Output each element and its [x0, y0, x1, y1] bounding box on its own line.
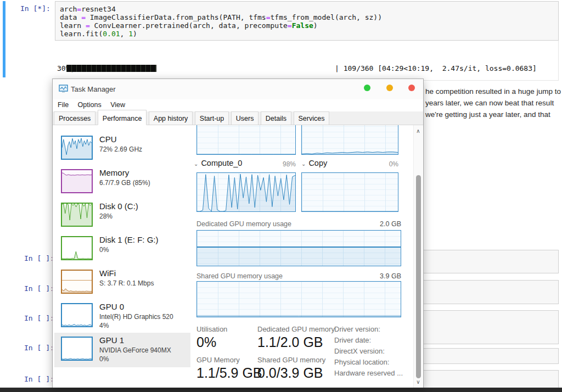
cpu-thumbnail-chart — [61, 136, 93, 160]
screen: In [*]: arch=resnet34data = ImageClassif… — [0, 0, 562, 392]
cell-prompt-busy: In [*]: — [20, 4, 50, 13]
chevron-down-icon[interactable]: ⌄ — [301, 161, 306, 167]
tab-startup[interactable]: Start-up — [195, 111, 229, 125]
shared-memory-chart — [196, 281, 401, 317]
sidebar-item-cpu[interactable]: CPU 72% 2.69 GHz — [54, 132, 190, 165]
engine-value-copy: 0% — [366, 160, 398, 168]
code-cell-input[interactable]: arch=resnet34data = ImageClassifierData.… — [55, 1, 559, 41]
code-cell-output: Epoch 0% 0/1 [00:00<?, ?it/s] — [55, 41, 559, 81]
cell-prompt-idle: In [ ]: — [24, 314, 54, 322]
gpu0-thumbnail-chart — [61, 303, 93, 327]
task-manager-icon — [59, 85, 68, 93]
tab-services[interactable]: Services — [294, 111, 330, 125]
menu-file[interactable]: File — [58, 101, 69, 109]
driver-date-label: Driver date: — [334, 336, 371, 344]
cell-prompt-idle: In [ ]: — [24, 254, 54, 262]
tab-bar: Processes Performance App history Start-… — [53, 111, 423, 125]
physical-location-label: Physical location: — [334, 358, 389, 366]
window-control-amber-icon[interactable] — [386, 85, 393, 91]
compute0-chart — [196, 172, 296, 212]
sidebar-item-gpu0[interactable]: GPU 0 Intel(R) HD Graphics 520 4% — [54, 299, 190, 333]
markdown-text-line: years later, we can now beat that result — [425, 99, 562, 107]
chevron-down-icon[interactable]: ⌄ — [194, 161, 198, 167]
stat-dedicated-value: 1.1/2.0 GB — [257, 334, 323, 350]
tqdm-progress-bar — [66, 65, 156, 72]
sidebar-item-wifi[interactable]: WiFi S: 3.7 R: 0.1 Mbps — [54, 266, 190, 299]
engine-chart-top-right — [301, 125, 398, 155]
engine-label-copy: ⌄Copy — [301, 159, 327, 167]
window-control-green-icon[interactable] — [364, 85, 370, 91]
scrollbar-thumb[interactable] — [416, 175, 421, 378]
dedicated-memory-chart — [196, 230, 401, 266]
taskbar-edge — [0, 388, 562, 392]
scrollbar[interactable]: ∧ ∨ — [413, 125, 423, 388]
menu-view[interactable]: View — [110, 101, 125, 109]
stat-gpu-memory-value: 1.1/5.9 GB — [196, 365, 262, 381]
stat-dedicated-label: Dedicated GPU memory — [257, 325, 335, 333]
tab-processes[interactable]: Processes — [54, 111, 95, 125]
stat-shared-label: Shared GPU memory — [257, 356, 325, 364]
tqdm-stats: | 109/360 [04:29<10:19, 2.47s/it, loss=0… — [335, 64, 537, 72]
driver-version-label: Driver version: — [334, 325, 380, 333]
scroll-down-icon[interactable]: ∨ — [414, 377, 423, 387]
active-cell-indicator — [3, 1, 5, 77]
dedicated-memory-label: Dedicated GPU memory usage — [196, 220, 291, 228]
scroll-up-icon[interactable]: ∧ — [414, 126, 423, 136]
tab-performance[interactable]: Performance — [98, 110, 147, 125]
engine-label-compute: ⌄Compute_0 — [194, 159, 242, 167]
shared-memory-cap: 3.9 GB — [349, 272, 401, 280]
stat-utilisation-value: 0% — [196, 334, 216, 350]
title-bar[interactable]: Task Manager — [53, 79, 423, 99]
sidebar-item-gpu1[interactable]: GPU 1 NVIDIA GeForce 940MX 0% — [54, 333, 190, 367]
window-control-red-icon[interactable] — [408, 85, 415, 91]
performance-panel: CPU 72% 2.69 GHz Memory 6.7/7.9 GB (85%)… — [53, 125, 423, 388]
directx-version-label: DirectX version: — [334, 347, 385, 355]
disk1-thumbnail-chart — [61, 236, 93, 260]
tab-details[interactable]: Details — [261, 111, 291, 125]
task-manager-window: Task Manager File Options View Processes… — [52, 79, 424, 388]
markdown-text-line: he competition resulted in a huge jump t… — [425, 87, 562, 96]
copy-chart — [301, 172, 398, 212]
stat-utilisation-label: Utilisation — [196, 325, 227, 333]
cell-prompt-idle: In [ ]: — [24, 344, 54, 352]
wifi-reference-line — [62, 280, 92, 281]
engine-charts-clipped — [194, 125, 402, 155]
tab-app-history[interactable]: App history — [149, 111, 193, 125]
sidebar-item-disk1[interactable]: Disk 1 (E: F: G:) 0% — [54, 232, 190, 266]
hardware-reserved-label: Hardware reserved ... — [334, 369, 403, 377]
stat-gpu-memory-label: GPU Memory — [196, 356, 240, 364]
gpu1-thumbnail-chart — [61, 337, 93, 361]
cell-prompt-idle: In [ ]: — [24, 284, 54, 293]
wifi-thumbnail-chart — [61, 270, 93, 294]
tab-users[interactable]: Users — [231, 111, 259, 125]
cell-prompt-idle: In [ ]: — [24, 375, 54, 383]
engine-chart-top-left — [196, 125, 296, 155]
memory-thumbnail-chart — [61, 169, 93, 193]
engine-value-compute: 98% — [263, 160, 296, 168]
menu-options[interactable]: Options — [78, 101, 102, 109]
sidebar-item-memory[interactable]: Memory 6.7/7.9 GB (85%) — [54, 165, 190, 199]
stat-shared-value: 0.0/3.9 GB — [257, 365, 323, 381]
disk0-thumbnail-chart — [61, 203, 93, 227]
window-title: Task Manager — [71, 85, 116, 93]
sidebar-item-disk0[interactable]: Disk 0 (C:) 28% — [54, 199, 190, 232]
shared-memory-label: Shared GPU memory usage — [196, 272, 283, 280]
dedicated-memory-cap: 2.0 GB — [349, 220, 401, 228]
markdown-text-line: we're getting just a year later, and tha… — [425, 110, 562, 119]
